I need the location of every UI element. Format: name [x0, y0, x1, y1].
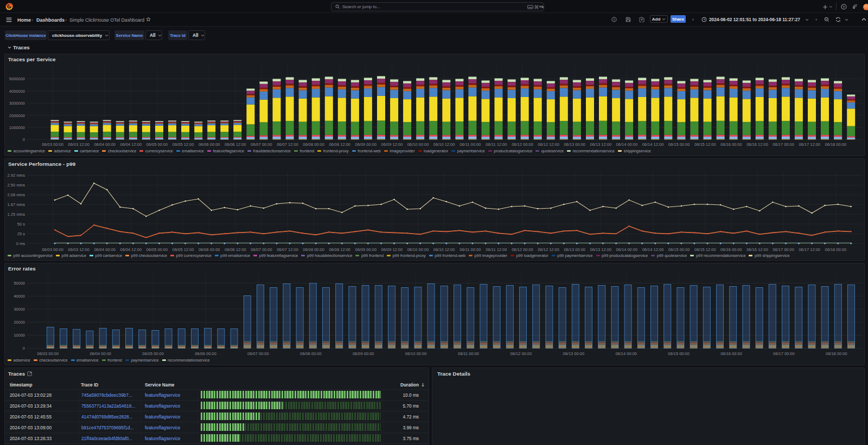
svg-text:?: ? — [843, 5, 845, 9]
